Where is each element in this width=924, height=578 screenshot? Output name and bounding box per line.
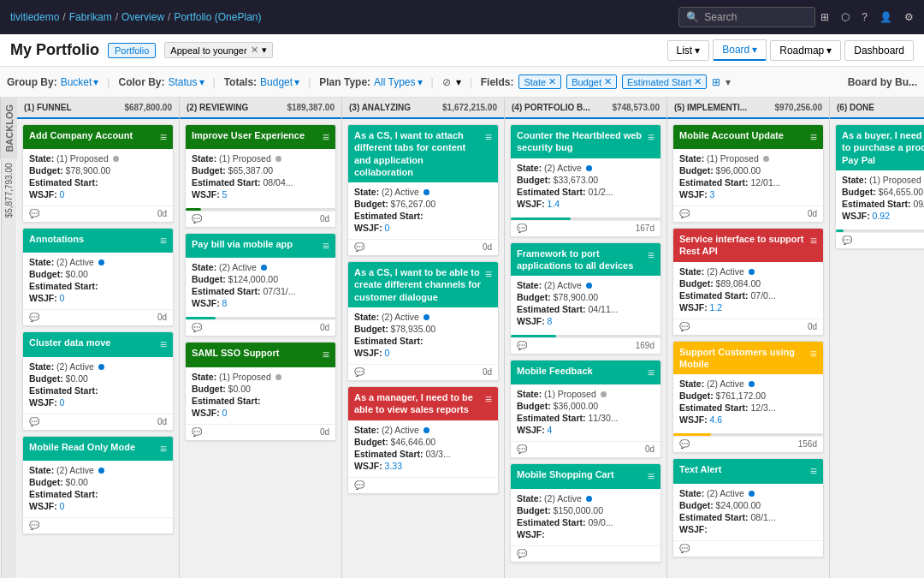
card[interactable]: Support Customers using Mobile ≡ State: … xyxy=(672,341,824,454)
list-chevron: ▾ xyxy=(695,45,700,57)
card-menu-icon[interactable]: ≡ xyxy=(160,129,167,145)
card-menu-icon[interactable]: ≡ xyxy=(648,129,654,145)
card-budget: Budget: $36,000.00 xyxy=(517,401,654,411)
card[interactable]: As a buyer, I need to be able to purchas… xyxy=(835,124,924,249)
card-menu-icon[interactable]: ≡ xyxy=(323,347,329,362)
card-menu-icon[interactable]: ≡ xyxy=(485,266,492,282)
card-budget: Budget: $78,935.00 xyxy=(354,324,492,334)
card-wsjf: WSJF: 1.4 xyxy=(517,199,654,209)
card-menu-icon[interactable]: ≡ xyxy=(648,468,654,484)
card-menu-icon[interactable]: ≡ xyxy=(810,346,817,361)
fields-menu-icon[interactable]: ▾ xyxy=(726,76,731,88)
card[interactable]: SAML SSO Support ≡ State: (1) Proposed B… xyxy=(185,342,336,440)
card[interactable]: Annotations ≡ State: (2) Active Budget: … xyxy=(22,228,174,326)
roadmap-view-button[interactable]: Roadmap ▾ xyxy=(770,40,841,61)
comment-icon[interactable]: 💬 xyxy=(517,341,527,350)
view-filter-close[interactable]: ✕ xyxy=(251,45,258,56)
card[interactable]: Improve User Experience ≡ State: (1) Pro… xyxy=(185,124,336,228)
user-icon[interactable]: 👤 xyxy=(880,11,892,23)
field-tag-eststart[interactable]: Estimated Start ✕ xyxy=(622,74,707,89)
field-tag-eststart-close[interactable]: ✕ xyxy=(694,76,702,87)
comment-icon[interactable]: 💬 xyxy=(517,444,527,454)
card[interactable]: Pay bill via mobile app ≡ State: (2) Act… xyxy=(185,233,336,337)
breadcrumb-tivitiedemo[interactable]: tivitiedemo xyxy=(10,11,59,23)
comment-icon[interactable]: 💬 xyxy=(679,322,690,331)
breadcrumb-portfolio[interactable]: Portfolio (OnePlan) xyxy=(174,11,261,23)
question-icon[interactable]: ? xyxy=(862,11,868,23)
card[interactable]: Service interface to support Rest API ≡ … xyxy=(672,228,824,336)
card[interactable]: Mobile Read Only Mode ≡ State: (2) Activ… xyxy=(22,436,174,534)
card[interactable]: Mobile Shopping Cart ≡ State: (2) Active… xyxy=(510,463,661,562)
view-filter-tag[interactable]: Appeal to younger ✕ ▾ xyxy=(164,42,272,58)
breadcrumb-fabrikam[interactable]: Fabrikam xyxy=(69,11,112,23)
comment-icon[interactable]: 💬 xyxy=(517,549,527,558)
card-title: Annotations xyxy=(29,233,160,245)
card-state: State: (1) Proposed xyxy=(29,153,167,164)
card-title: Improve User Experience xyxy=(192,129,323,141)
comment-icon[interactable]: 💬 xyxy=(679,544,690,553)
card-menu-icon[interactable]: ≡ xyxy=(160,337,167,352)
card[interactable]: Text Alert ≡ State: (2) Active Budget: $… xyxy=(672,458,824,557)
comment-icon[interactable]: 💬 xyxy=(192,427,202,437)
column-header-implementing: (5) IMPLEMENTI...$970,256.00 xyxy=(667,98,829,119)
group-by-value[interactable]: Bucket ▾ xyxy=(61,76,99,88)
card[interactable]: As a CS, I want to attach different tabs… xyxy=(347,124,499,256)
card[interactable]: Cluster data move ≡ State: (2) Active Bu… xyxy=(22,331,174,430)
card-menu-icon[interactable]: ≡ xyxy=(160,441,167,456)
card-menu-icon[interactable]: ≡ xyxy=(160,233,167,248)
card-menu-icon[interactable]: ≡ xyxy=(648,247,654,263)
card-header: Improve User Experience ≡ xyxy=(186,125,335,149)
grid-icon[interactable]: ⊞ xyxy=(820,11,829,23)
card[interactable]: Mobile Feedback ≡ State: (1) Proposed Bu… xyxy=(510,360,661,458)
dashboard-view-button[interactable]: Dashboard xyxy=(844,40,914,61)
card[interactable]: Add Company Account ≡ State: (1) Propose… xyxy=(22,124,174,223)
card[interactable]: As a manager, I need to be able to view … xyxy=(347,386,499,494)
card-menu-icon[interactable]: ≡ xyxy=(485,129,492,145)
view-filter-chevron[interactable]: ▾ xyxy=(262,45,267,56)
card-header: Mobile Account Update ≡ xyxy=(673,125,823,149)
list-view-button[interactable]: List ▾ xyxy=(667,40,710,61)
settings-icon[interactable]: ⚙ xyxy=(904,11,914,23)
totals-value[interactable]: Budget ▾ xyxy=(260,76,299,88)
comment-icon[interactable]: 💬 xyxy=(842,235,852,245)
fields-add-icon[interactable]: ⊞ xyxy=(712,76,720,88)
comment-icon[interactable]: 💬 xyxy=(29,313,39,322)
card[interactable]: As a CS, I want to be able to create dif… xyxy=(347,261,499,381)
board-view-button[interactable]: Board ▾ xyxy=(713,39,767,61)
card-wsjf: WSJF: 1.2 xyxy=(679,302,817,313)
card-menu-icon[interactable]: ≡ xyxy=(648,365,654,380)
card[interactable]: Counter the Heartbleed web security bug … xyxy=(510,124,661,237)
card[interactable]: Mobile Account Update ≡ State: (1) Propo… xyxy=(672,124,824,223)
color-by-value[interactable]: Status ▾ xyxy=(168,76,204,88)
comment-icon[interactable]: 💬 xyxy=(29,417,39,426)
card-menu-icon[interactable]: ≡ xyxy=(485,391,492,407)
card-menu-icon[interactable]: ≡ xyxy=(810,129,817,145)
package-icon[interactable]: ⬡ xyxy=(841,11,850,23)
comment-icon[interactable]: 💬 xyxy=(29,209,39,218)
plan-type-value[interactable]: All Types ▾ xyxy=(374,76,422,88)
field-tag-state[interactable]: State ✕ xyxy=(518,74,561,89)
card-body: State: (2) Active Budget: $761,172.00 Es… xyxy=(673,374,823,431)
search-box[interactable]: 🔍 Search xyxy=(678,7,815,27)
comment-icon[interactable]: 💬 xyxy=(354,367,364,377)
comment-icon[interactable]: 💬 xyxy=(679,209,690,218)
comment-icon[interactable]: 💬 xyxy=(192,323,202,332)
filter-icon[interactable]: ⊘ xyxy=(442,76,451,88)
card-state: State: (2) Active xyxy=(29,257,167,267)
field-tag-budget-close[interactable]: ✕ xyxy=(604,76,612,87)
comment-icon[interactable]: 💬 xyxy=(29,521,39,530)
comment-icon[interactable]: 💬 xyxy=(192,214,202,223)
comment-icon[interactable]: 💬 xyxy=(679,439,690,449)
card-menu-icon[interactable]: ≡ xyxy=(810,233,817,248)
field-tag-budget[interactable]: Budget ✕ xyxy=(566,74,617,89)
field-tag-state-close[interactable]: ✕ xyxy=(548,76,556,87)
card-menu-icon[interactable]: ≡ xyxy=(323,238,329,253)
card-menu-icon[interactable]: ≡ xyxy=(323,129,329,145)
comment-icon[interactable]: 💬 xyxy=(354,242,364,252)
card[interactable]: Framework to port applications to all de… xyxy=(510,242,661,355)
comment-icon[interactable]: 💬 xyxy=(517,223,527,233)
breadcrumb-overview[interactable]: Overview xyxy=(121,11,164,23)
card-menu-icon[interactable]: ≡ xyxy=(810,463,817,479)
card-footer: 💬 xyxy=(348,477,498,493)
comment-icon[interactable]: 💬 xyxy=(354,480,364,490)
